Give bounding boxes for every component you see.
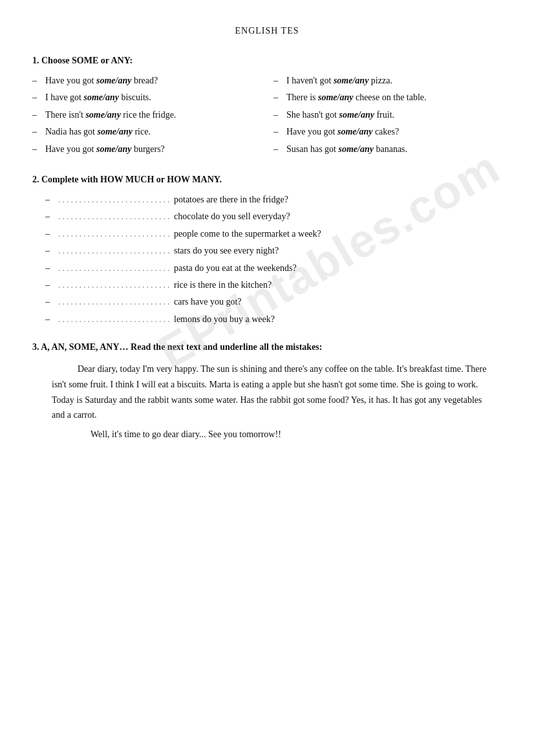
section-1-right-list: I haven't got some/any pizza. There is s… [273, 74, 502, 157]
section-1-right: I haven't got some/any pizza. There is s… [273, 74, 502, 159]
list-item: Susan has got some/any bananas. [273, 142, 502, 157]
fill-blank: ........................... [58, 211, 172, 221]
keyword: some/any [318, 92, 353, 102]
list-item: ........................... pasta do you… [45, 261, 502, 275]
list-item: I haven't got some/any pizza. [273, 74, 502, 88]
fill-blank: ........................... [58, 195, 172, 204]
list-item: I have got some/any biscuits. [32, 91, 261, 105]
keyword: some/any [339, 144, 374, 154]
keyword: some/any [85, 110, 120, 120]
section-1-left-list: Have you got some/any bread? I have got … [32, 74, 261, 157]
page-title: ENGLISH TES [32, 26, 502, 36]
section-1-heading: 1. Choose SOME or ANY: [32, 56, 502, 66]
diary-text-block: Dear diary, today I'm very happy. The su… [32, 362, 502, 442]
list-item: ........................... stars do you… [45, 244, 502, 258]
keyword: some/any [337, 127, 372, 136]
fill-blank: ........................... [58, 297, 172, 307]
fill-blank: ........................... [58, 263, 172, 273]
section-3-heading-underline: underline [220, 342, 257, 352]
fill-blank: ........................... [58, 246, 172, 255]
section-3: 3. A, AN, SOME, ANY… Read the next text … [32, 342, 502, 442]
list-item: ........................... lemons do yo… [45, 312, 502, 327]
keyword: some/any [96, 76, 131, 85]
section-1-columns: Have you got some/any bread? I have got … [32, 74, 502, 159]
section-1-left: Have you got some/any bread? I have got … [32, 74, 261, 159]
list-item: Have you got some/any bread? [32, 74, 261, 88]
list-item: She hasn't got some/any fruit. [273, 108, 502, 122]
section-1: 1. Choose SOME or ANY: Have you got some… [32, 56, 502, 159]
keyword: some/any [339, 110, 374, 120]
section-2: 2. Complete with HOW MUCH or HOW MANY. .… [32, 175, 502, 327]
keyword: some/any [97, 127, 132, 136]
fill-blank: ........................... [58, 229, 172, 239]
keyword: some/any [96, 144, 131, 154]
list-item: ........................... cars have yo… [45, 295, 502, 309]
keyword: some/any [334, 76, 368, 85]
section-3-heading-pre: 3. A, AN, SOME, ANY… Read the next text … [32, 342, 220, 352]
diary-paragraph-1: Dear diary, today I'm very happy. The su… [52, 362, 495, 423]
list-item: There isn't some/any rice the fridge. [32, 108, 261, 122]
list-item: ........................... people come … [45, 227, 502, 241]
list-item: Nadia has got some/any rice. [32, 125, 261, 139]
list-item: ........................... rice is ther… [45, 278, 502, 292]
fill-blank: ........................... [58, 280, 172, 290]
list-item: Have you got some/any burgers? [32, 142, 261, 157]
section-2-heading: 2. Complete with HOW MUCH or HOW MANY. [32, 175, 502, 185]
diary-paragraph-2: Well, it's time to go dear diary... See … [52, 427, 495, 442]
section-3-heading: 3. A, AN, SOME, ANY… Read the next text … [32, 342, 502, 352]
list-item: There is some/any cheese on the table. [273, 91, 502, 105]
list-item: ........................... potatoes are… [45, 193, 502, 207]
fill-blank: ........................... [58, 314, 172, 324]
list-item: Have you got some/any cakes? [273, 125, 502, 139]
list-item: ........................... chocolate do… [45, 210, 502, 224]
section-2-list: ........................... potatoes are… [32, 193, 502, 327]
keyword: some/any [83, 92, 118, 102]
section-3-heading-post: all the mistakes: [257, 342, 323, 352]
